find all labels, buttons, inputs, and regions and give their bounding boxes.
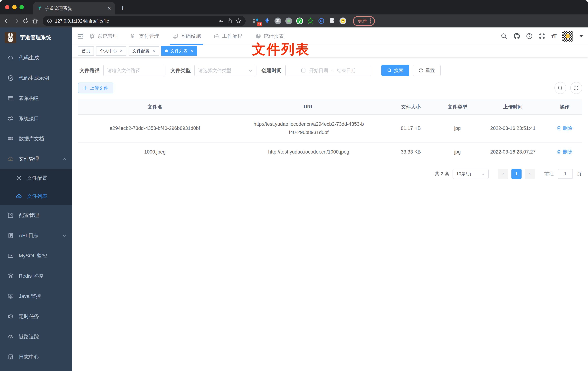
sidebar-item-system-api[interactable]: 系统接口 bbox=[0, 108, 72, 129]
cell-filename: 1000.jpeg bbox=[78, 142, 232, 162]
nav-label: 工作流程 bbox=[222, 33, 242, 40]
tag-close-icon[interactable]: ✕ bbox=[152, 49, 155, 53]
prev-page-button[interactable]: ‹ bbox=[498, 169, 508, 179]
delete-button[interactable]: 删除 bbox=[556, 149, 572, 155]
nav-item-payment[interactable]: ¥ 支付管理 bbox=[131, 27, 159, 45]
eye-extension-icon[interactable] bbox=[318, 18, 325, 24]
minimize-window-button[interactable] bbox=[12, 5, 17, 9]
menu-fold-icon[interactable] bbox=[77, 32, 84, 40]
date-range-picker[interactable]: 开始日期 - 结束日期 bbox=[285, 65, 371, 76]
sidebar-item-db-doc[interactable]: 数据库文档 bbox=[0, 129, 72, 149]
kite-extension-icon[interactable] bbox=[264, 18, 271, 24]
sidebar-item-form-builder[interactable]: 表单构建 bbox=[0, 88, 72, 108]
caret-down-icon[interactable] bbox=[579, 35, 583, 37]
active-dot bbox=[165, 50, 168, 52]
refresh-table-button[interactable] bbox=[570, 82, 582, 94]
sidebar-item-code-generation[interactable]: 代码生成 bbox=[0, 48, 72, 68]
sidebar-item-java-monitor[interactable]: Java 监控 bbox=[0, 286, 72, 306]
reset-button[interactable]: 重置 bbox=[413, 65, 441, 76]
search-icon[interactable] bbox=[501, 33, 507, 39]
zoom-window-button[interactable] bbox=[20, 5, 24, 9]
sidebar-item-file-config[interactable]: 文件配置 bbox=[0, 169, 72, 187]
browser-menu-icon[interactable] bbox=[370, 18, 371, 23]
goto-page-input[interactable] bbox=[558, 169, 573, 179]
sidebar-logo[interactable]: 芋道管理系统 bbox=[0, 27, 72, 48]
sidebar-item-file-list[interactable]: 文件列表 bbox=[0, 187, 72, 205]
sliders-icon bbox=[8, 116, 14, 122]
tags-view-bar: 首页 个人中心 ✕ 文件配置 ✕ 文件列表 ✕ bbox=[72, 45, 588, 57]
file-type-label: 文件类型 bbox=[170, 67, 191, 74]
help-icon[interactable] bbox=[526, 33, 533, 39]
show-search-button[interactable] bbox=[554, 82, 566, 94]
tab-close-icon[interactable]: ✕ bbox=[107, 6, 111, 11]
nav-item-system[interactable]: 系统管理 bbox=[89, 27, 118, 45]
home-icon[interactable] bbox=[32, 18, 38, 24]
github-icon[interactable] bbox=[514, 33, 520, 39]
sidebar-item-file-management[interactable]: 文件管理 bbox=[0, 149, 72, 169]
file-path-input[interactable] bbox=[103, 65, 165, 76]
fullscreen-icon[interactable] bbox=[539, 33, 545, 39]
tag-close-icon[interactable]: ✕ bbox=[120, 49, 123, 53]
update-browser-button[interactable]: 更新 bbox=[353, 16, 375, 26]
sidebar-item-tracing[interactable]: 链路追踪 bbox=[0, 327, 72, 347]
sidebar-item-scheduled-tasks[interactable]: 定时任务 bbox=[0, 306, 72, 327]
tab-manager-extension-icon[interactable]: 11 bbox=[253, 18, 260, 24]
chevron-down-icon bbox=[249, 68, 252, 73]
cell-type: jpg bbox=[436, 115, 479, 142]
share-icon[interactable] bbox=[227, 18, 233, 24]
col-upload-time: 上传时间 bbox=[479, 99, 547, 115]
nav-item-workflow[interactable]: 工作流程 bbox=[214, 27, 242, 45]
close-window-button[interactable] bbox=[5, 5, 9, 9]
forward-icon[interactable] bbox=[13, 18, 20, 24]
page-number-button[interactable]: 1 bbox=[511, 169, 522, 179]
sidebar: 芋道管理系统 代码生成 代码生成示例 表单构建 系统接口 数据库文档 bbox=[0, 27, 72, 371]
database-grid-icon bbox=[8, 136, 14, 142]
sidebar-item-label: 代码生成示例 bbox=[19, 74, 49, 82]
sidebar-item-label: 数据库文档 bbox=[19, 135, 44, 142]
command-extension-icon[interactable]: ⌘ bbox=[274, 18, 281, 24]
search-button[interactable]: 搜索 bbox=[381, 65, 409, 76]
sidebar-item-code-example[interactable]: 代码生成示例 bbox=[0, 68, 72, 88]
tag-label: 个人中心 bbox=[100, 48, 117, 54]
nav-item-infrastructure[interactable]: 基础设施 bbox=[172, 27, 201, 45]
y-extension-icon[interactable]: y bbox=[296, 18, 303, 24]
tag-profile[interactable]: 个人中心 ✕ bbox=[96, 46, 126, 56]
recorder-extension-icon[interactable] bbox=[285, 18, 292, 24]
tag-close-icon[interactable]: ✕ bbox=[190, 49, 193, 53]
next-page-button[interactable]: › bbox=[525, 169, 535, 179]
profile-avatar-icon[interactable] bbox=[339, 18, 346, 24]
font-size-icon[interactable]: TT bbox=[551, 33, 556, 39]
password-key-icon[interactable] bbox=[218, 18, 224, 24]
user-avatar[interactable] bbox=[562, 31, 573, 42]
sidebar-submenu-file: 文件配置 文件列表 bbox=[0, 169, 72, 205]
delete-button[interactable]: 删除 bbox=[556, 125, 572, 131]
new-tab-button[interactable]: + bbox=[121, 4, 125, 12]
cell-size: 33.33 KB bbox=[386, 142, 436, 162]
nav-label: 统计报表 bbox=[264, 33, 284, 40]
site-info-icon[interactable] bbox=[47, 18, 52, 23]
refresh-icon bbox=[419, 68, 423, 73]
page-size-select[interactable]: 10条/页 bbox=[452, 169, 489, 179]
sidebar-item-config-management[interactable]: 配置管理 bbox=[0, 205, 72, 225]
puzzle-extensions-icon[interactable] bbox=[329, 18, 336, 24]
tag-file-list[interactable]: 文件列表 ✕ bbox=[161, 46, 197, 56]
sidebar-item-log-center[interactable]: 日志中心 bbox=[0, 347, 72, 367]
back-icon[interactable] bbox=[4, 18, 10, 24]
green-star-extension-icon[interactable] bbox=[307, 18, 314, 24]
chevron-up-icon bbox=[62, 157, 66, 161]
tag-home[interactable]: 首页 bbox=[78, 46, 94, 56]
file-type-select[interactable]: 请选择文件类型 bbox=[194, 65, 256, 76]
browser-tab[interactable]: 芋道管理系统 ✕ bbox=[33, 2, 115, 14]
upload-label: 上传文件 bbox=[90, 85, 108, 91]
col-actions: 操作 bbox=[547, 99, 582, 115]
sidebar-item-api-log[interactable]: API 日志 bbox=[0, 225, 72, 246]
page-content: 文件路径 文件类型 请选择文件类型 创建时间 开始日期 - 结束日期 bbox=[72, 57, 588, 371]
tag-file-config[interactable]: 文件配置 ✕ bbox=[129, 46, 159, 56]
sidebar-item-mysql-monitor[interactable]: MySQL 监控 bbox=[0, 246, 72, 266]
url-text: 127.0.0.1:1024/infra/file/file bbox=[55, 18, 109, 24]
bookmark-star-icon[interactable] bbox=[235, 18, 241, 24]
url-bar[interactable]: 127.0.0.1:1024/infra/file/file bbox=[43, 16, 246, 26]
upload-file-button[interactable]: 上传文件 bbox=[78, 83, 113, 93]
reload-icon[interactable] bbox=[22, 18, 29, 24]
sidebar-item-redis-monitor[interactable]: Redis 监控 bbox=[0, 266, 72, 286]
